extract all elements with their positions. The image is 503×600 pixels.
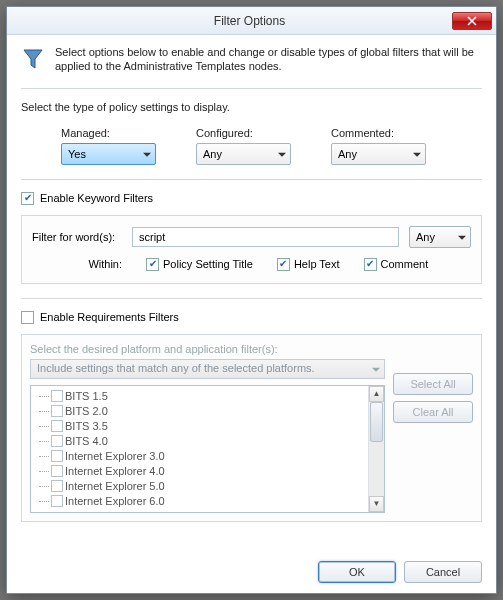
chevron-down-icon bbox=[278, 152, 286, 156]
req-desc: Select the desired platform and applicat… bbox=[30, 343, 385, 355]
intro-text: Select options below to enable and chang… bbox=[55, 45, 482, 74]
chevron-down-icon bbox=[372, 367, 380, 371]
enable-req-checkbox[interactable] bbox=[21, 311, 34, 324]
configured-label: Configured: bbox=[196, 127, 291, 139]
req-panel: Select the desired platform and applicat… bbox=[21, 334, 482, 522]
scrollbar[interactable]: ▲ ▼ bbox=[368, 386, 384, 512]
enable-keyword-row: Enable Keyword Filters bbox=[21, 192, 482, 205]
keyword-panel: Filter for word(s): Any Within: Policy S… bbox=[21, 215, 482, 284]
within-comment-label: Comment bbox=[381, 258, 429, 270]
select-all-button: Select All bbox=[393, 373, 473, 395]
filter-match-value: Any bbox=[416, 231, 435, 243]
scroll-down-button[interactable]: ▼ bbox=[369, 496, 384, 512]
within-comment-checkbox[interactable] bbox=[364, 258, 377, 271]
tree-item-label: Internet Explorer 4.0 bbox=[65, 465, 165, 477]
configured-combo[interactable]: Any bbox=[196, 143, 291, 165]
tree-item-label: Internet Explorer 3.0 bbox=[65, 450, 165, 462]
clear-all-button: Clear All bbox=[393, 401, 473, 423]
req-platform-value: Include settings that match any of the s… bbox=[37, 362, 315, 374]
divider bbox=[21, 88, 482, 89]
commented-combo[interactable]: Any bbox=[331, 143, 426, 165]
req-tree: BITS 1.5BITS 2.0BITS 3.5BITS 4.0Internet… bbox=[30, 385, 385, 513]
policy-triples: Managed: Yes Configured: Any Commented: … bbox=[21, 127, 482, 165]
within-help-checkbox[interactable] bbox=[277, 258, 290, 271]
tree-item-label: BITS 2.0 bbox=[65, 405, 108, 417]
within-title-checkbox[interactable] bbox=[146, 258, 159, 271]
filter-match-combo[interactable]: Any bbox=[409, 226, 471, 248]
tree-item-label: BITS 1.5 bbox=[65, 390, 108, 402]
tree-item-checkbox bbox=[51, 405, 63, 417]
funnel-icon bbox=[21, 47, 45, 71]
within-label: Within: bbox=[82, 258, 122, 270]
managed-label: Managed: bbox=[61, 127, 156, 139]
tree-item: BITS 2.0 bbox=[51, 404, 368, 419]
dialog-content: Select options below to enable and chang… bbox=[7, 35, 496, 530]
tree-item-checkbox bbox=[51, 495, 63, 507]
managed-combo[interactable]: Yes bbox=[61, 143, 156, 165]
chevron-down-icon bbox=[458, 235, 466, 239]
tree-item: BITS 1.5 bbox=[51, 389, 368, 404]
tree-item: Internet Explorer 6.0 bbox=[51, 494, 368, 509]
policy-heading: Select the type of policy settings to di… bbox=[21, 101, 482, 113]
tree-item-label: Internet Explorer 6.0 bbox=[65, 495, 165, 507]
tree-item: Internet Explorer 4.0 bbox=[51, 464, 368, 479]
configured-value: Any bbox=[203, 148, 222, 160]
ok-button[interactable]: OK bbox=[318, 561, 396, 583]
close-icon bbox=[467, 16, 477, 26]
filter-word-input[interactable] bbox=[132, 227, 399, 247]
scroll-track[interactable] bbox=[369, 402, 384, 496]
divider bbox=[21, 298, 482, 299]
tree-item-checkbox bbox=[51, 435, 63, 447]
enable-req-row: Enable Requirements Filters bbox=[21, 311, 482, 324]
tree-item-checkbox bbox=[51, 450, 63, 462]
scroll-up-button[interactable]: ▲ bbox=[369, 386, 384, 402]
divider bbox=[21, 179, 482, 180]
dialog-footer: OK Cancel bbox=[318, 561, 482, 583]
enable-req-label: Enable Requirements Filters bbox=[40, 311, 179, 323]
commented-value: Any bbox=[338, 148, 357, 160]
within-help-label: Help Text bbox=[294, 258, 340, 270]
intro-row: Select options below to enable and chang… bbox=[21, 45, 482, 84]
close-button[interactable] bbox=[452, 12, 492, 30]
managed-value: Yes bbox=[68, 148, 86, 160]
within-title-label: Policy Setting Title bbox=[163, 258, 253, 270]
tree-item-checkbox bbox=[51, 480, 63, 492]
tree-item-checkbox bbox=[51, 420, 63, 432]
scroll-thumb[interactable] bbox=[370, 402, 383, 442]
dialog-window: Filter Options Select options below to e… bbox=[6, 6, 497, 594]
window-title: Filter Options bbox=[47, 14, 452, 28]
commented-label: Commented: bbox=[331, 127, 426, 139]
enable-keyword-label: Enable Keyword Filters bbox=[40, 192, 153, 204]
filter-word-label: Filter for word(s): bbox=[32, 231, 122, 243]
tree-item-checkbox bbox=[51, 465, 63, 477]
tree-item: Internet Explorer 5.0 bbox=[51, 479, 368, 494]
cancel-button[interactable]: Cancel bbox=[404, 561, 482, 583]
tree-item-checkbox bbox=[51, 390, 63, 402]
chevron-down-icon bbox=[143, 152, 151, 156]
req-platform-combo: Include settings that match any of the s… bbox=[30, 359, 385, 379]
tree-item-label: BITS 3.5 bbox=[65, 420, 108, 432]
tree-item: BITS 4.0 bbox=[51, 434, 368, 449]
tree-item: Internet Explorer 3.0 bbox=[51, 449, 368, 464]
titlebar: Filter Options bbox=[7, 7, 496, 35]
tree-item-label: BITS 4.0 bbox=[65, 435, 108, 447]
tree-item-label: Internet Explorer 5.0 bbox=[65, 480, 165, 492]
chevron-down-icon bbox=[413, 152, 421, 156]
tree-item: BITS 3.5 bbox=[51, 419, 368, 434]
enable-keyword-checkbox[interactable] bbox=[21, 192, 34, 205]
